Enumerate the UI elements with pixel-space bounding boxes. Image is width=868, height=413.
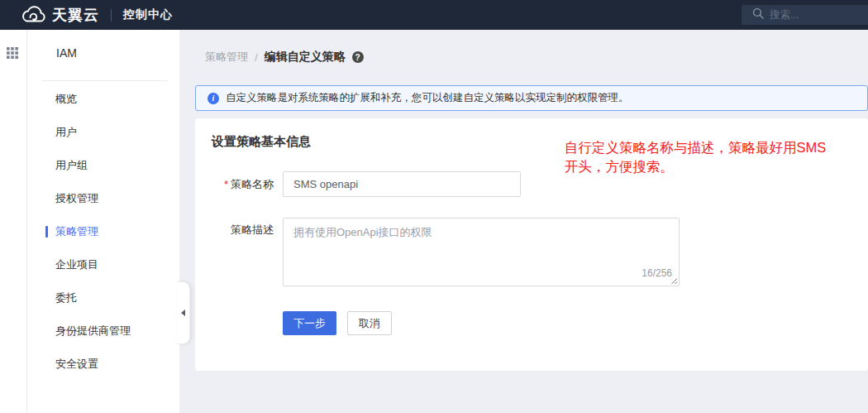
cancel-button[interactable]: 取消: [347, 311, 392, 335]
info-icon: i: [207, 93, 219, 104]
sidebar-item-users[interactable]: 用户: [27, 116, 179, 149]
next-step-button[interactable]: 下一步: [283, 311, 336, 335]
sidebar-item-user-groups[interactable]: 用户组: [27, 149, 179, 182]
search-input[interactable]: [770, 9, 861, 21]
breadcrumb-separator: /: [255, 51, 258, 64]
sidebar-item-policy-management[interactable]: 策略管理: [27, 215, 179, 248]
active-indicator-bar: [45, 226, 48, 238]
sidebar-item-label: 策略管理: [55, 225, 98, 238]
help-icon[interactable]: ?: [352, 51, 364, 63]
sidebar-divider: [41, 80, 168, 81]
section-title: 设置策略基本信息: [212, 134, 311, 150]
resize-grip-icon[interactable]: [670, 276, 677, 284]
required-asterisk: *: [224, 178, 228, 190]
console-page: 天翼云 控制中心 IAM: [0, 0, 868, 413]
info-banner: i 自定义策略是对系统策略的扩展和补充，您可以创建自定义策略以实现定制的权限管理…: [195, 85, 868, 111]
annotation-line-2: 开头，方便搜索。: [565, 157, 868, 176]
sidebar-item-overview[interactable]: 概览: [27, 83, 179, 116]
sidebar-item-delegation[interactable]: 委托: [27, 281, 179, 315]
breadcrumb: 策略管理 / 编辑自定义策略 ?: [205, 50, 364, 65]
sidebar-service-title: IAM: [56, 46, 77, 60]
form-actions: 下一步 取消: [283, 311, 392, 335]
top-bar: 天翼云 控制中心: [0, 0, 868, 30]
collapse-left-arrow-icon: [181, 310, 185, 316]
search-icon: [752, 7, 764, 22]
annotation-note: 自行定义策略名称与描述，策略最好用SMS 开头，方便搜索。: [565, 138, 868, 176]
policy-form-card: 设置策略基本信息 自行定义策略名称与描述，策略最好用SMS 开头，方便搜索。 *…: [195, 118, 868, 371]
policy-name-label-text: 策略名称: [231, 178, 274, 190]
policy-description-label: 策略描述: [195, 223, 274, 238]
global-search[interactable]: [742, 5, 868, 25]
policy-name-label: *策略名称: [195, 177, 274, 192]
char-counter: 16/256: [641, 267, 672, 279]
page-title: 编辑自定义策略: [265, 50, 346, 65]
breadcrumb-parent-link[interactable]: 策略管理: [205, 50, 248, 65]
brand-name: 天翼云: [52, 5, 99, 25]
sidebar-item-enterprise-projects[interactable]: 企业项目: [27, 248, 179, 281]
policy-description-textarea[interactable]: 拥有使用OpenApi接口的权限: [283, 218, 680, 286]
topbar-divider: [111, 9, 112, 22]
sidebar-item-authorization[interactable]: 授权管理: [27, 182, 179, 215]
sidebar-menu: 概览 用户 用户组 授权管理 策略管理 企业项目 委托 身份提供商管理 安全设置: [27, 83, 179, 381]
brand-logo[interactable]: 天翼云: [20, 5, 99, 25]
sidebar-item-identity-providers[interactable]: 身份提供商管理: [27, 315, 179, 348]
cloud-logo-icon: [20, 6, 46, 25]
sidebar: IAM 概览 用户 用户组 授权管理 策略管理 企业项目 委托 身份提供商管理 …: [27, 30, 180, 413]
policy-name-input[interactable]: [283, 171, 521, 197]
apps-grid-icon[interactable]: [7, 47, 18, 59]
app-strip: [0, 30, 27, 413]
policy-description-wrapper: 拥有使用OpenApi接口的权限 16/256: [283, 218, 680, 286]
sidebar-item-security-settings[interactable]: 安全设置: [27, 348, 179, 381]
info-banner-text: 自定义策略是对系统策略的扩展和补充，您可以创建自定义策略以实现定制的权限管理。: [226, 91, 629, 105]
annotation-line-1: 自行定义策略名称与描述，策略最好用SMS: [565, 138, 868, 157]
sidebar-collapse-handle[interactable]: [177, 281, 190, 344]
console-center-link[interactable]: 控制中心: [123, 7, 173, 22]
